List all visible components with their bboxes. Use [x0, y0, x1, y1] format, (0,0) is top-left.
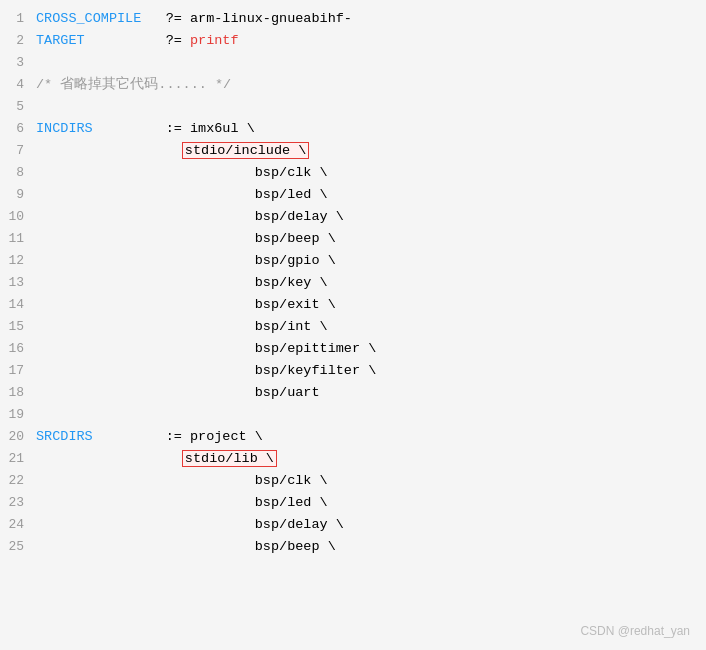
line-number: 23 — [0, 492, 32, 514]
line-content: bsp/int \ — [32, 316, 706, 338]
line-content: stdio/include \ — [32, 140, 706, 162]
line-content: INCDIRS := imx6ul \ — [32, 118, 706, 140]
line-content: bsp/beep \ — [32, 228, 706, 250]
code-line: 15 bsp/int \ — [0, 316, 706, 338]
code-line: 4/* 省略掉其它代码...... */ — [0, 74, 706, 96]
code-line: 18 bsp/uart — [0, 382, 706, 404]
line-content: bsp/delay \ — [32, 206, 706, 228]
line-content: bsp/delay \ — [32, 514, 706, 536]
line-content: SRCDIRS := project \ — [32, 426, 706, 448]
line-number: 6 — [0, 118, 32, 140]
line-number: 11 — [0, 228, 32, 250]
line-content: CROSS_COMPILE ?= arm-linux-gnueabihf- — [32, 8, 706, 30]
line-content: bsp/uart — [32, 382, 706, 404]
watermark: CSDN @redhat_yan — [580, 624, 690, 638]
code-line: 9 bsp/led \ — [0, 184, 706, 206]
code-line: 17 bsp/keyfilter \ — [0, 360, 706, 382]
line-number: 18 — [0, 382, 32, 404]
line-content: bsp/key \ — [32, 272, 706, 294]
code-line: 12 bsp/gpio \ — [0, 250, 706, 272]
code-line: 14 bsp/exit \ — [0, 294, 706, 316]
line-number: 15 — [0, 316, 32, 338]
line-number: 8 — [0, 162, 32, 184]
line-content: /* 省略掉其它代码...... */ — [32, 74, 706, 96]
code-line: 21 stdio/lib \ — [0, 448, 706, 470]
line-number: 20 — [0, 426, 32, 448]
line-number: 21 — [0, 448, 32, 470]
code-line: 20SRCDIRS := project \ — [0, 426, 706, 448]
line-number: 13 — [0, 272, 32, 294]
code-line: 16 bsp/epittimer \ — [0, 338, 706, 360]
code-line: 24 bsp/delay \ — [0, 514, 706, 536]
code-line: 3 — [0, 52, 706, 74]
line-number: 19 — [0, 404, 32, 426]
highlighted-code: stdio/include \ — [182, 142, 310, 159]
code-line: 22 bsp/clk \ — [0, 470, 706, 492]
line-content: bsp/led \ — [32, 492, 706, 514]
line-content: bsp/clk \ — [32, 162, 706, 184]
line-number: 16 — [0, 338, 32, 360]
line-content: bsp/keyfilter \ — [32, 360, 706, 382]
line-number: 4 — [0, 74, 32, 96]
line-content: TARGET ?= printf — [32, 30, 706, 52]
line-number: 9 — [0, 184, 32, 206]
line-content: bsp/clk \ — [32, 470, 706, 492]
code-container: 1CROSS_COMPILE ?= arm-linux-gnueabihf-2T… — [0, 0, 706, 650]
line-number: 17 — [0, 360, 32, 382]
code-line: 19 — [0, 404, 706, 426]
line-content: stdio/lib \ — [32, 448, 706, 470]
code-line: 10 bsp/delay \ — [0, 206, 706, 228]
code-line: 25 bsp/beep \ — [0, 536, 706, 558]
line-number: 12 — [0, 250, 32, 272]
code-line: 5 — [0, 96, 706, 118]
code-line: 23 bsp/led \ — [0, 492, 706, 514]
line-number: 7 — [0, 140, 32, 162]
code-line: 1CROSS_COMPILE ?= arm-linux-gnueabihf- — [0, 8, 706, 30]
code-line: 2TARGET ?= printf — [0, 30, 706, 52]
code-line: 11 bsp/beep \ — [0, 228, 706, 250]
code-line: 13 bsp/key \ — [0, 272, 706, 294]
line-content: bsp/exit \ — [32, 294, 706, 316]
line-content: bsp/gpio \ — [32, 250, 706, 272]
line-content: bsp/led \ — [32, 184, 706, 206]
line-number: 2 — [0, 30, 32, 52]
line-number: 25 — [0, 536, 32, 558]
line-number: 14 — [0, 294, 32, 316]
line-number: 5 — [0, 96, 32, 118]
code-line: 8 bsp/clk \ — [0, 162, 706, 184]
line-number: 3 — [0, 52, 32, 74]
highlighted-code: stdio/lib \ — [182, 450, 277, 467]
line-number: 22 — [0, 470, 32, 492]
code-line: 7 stdio/include \ — [0, 140, 706, 162]
line-content: bsp/epittimer \ — [32, 338, 706, 360]
line-number: 1 — [0, 8, 32, 30]
line-number: 24 — [0, 514, 32, 536]
line-content: bsp/beep \ — [32, 536, 706, 558]
line-number: 10 — [0, 206, 32, 228]
code-line: 6INCDIRS := imx6ul \ — [0, 118, 706, 140]
